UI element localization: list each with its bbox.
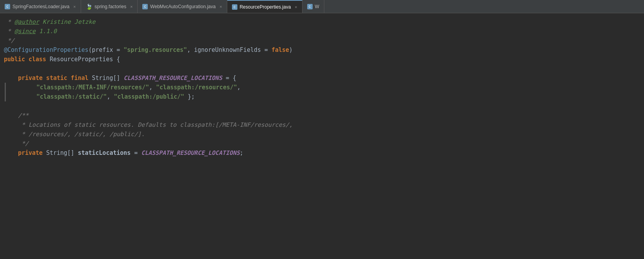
code-line: private String[] staticLocations = CLASS… (0, 148, 644, 158)
tab-icon-c: c (5, 4, 10, 9)
close-icon[interactable]: × (73, 4, 76, 9)
code-line (0, 101, 644, 111)
tab-web-mvc[interactable]: c WebMvcAutoConfiguration.java × (138, 0, 227, 13)
tab-icon-leaf: 🍃 (86, 4, 92, 10)
tab-label: WebMvcAutoConfiguration.java (150, 4, 216, 9)
code-line: */ (0, 36, 644, 45)
close-icon[interactable]: × (219, 4, 222, 9)
tab-label: W (315, 4, 319, 9)
code-line: @ConfigurationProperties(prefix = "sprin… (0, 45, 644, 55)
tab-resource-properties[interactable]: c ResourceProperties.java × (227, 0, 303, 13)
code-line: public class ResourceProperties { (0, 55, 644, 64)
code-line: private static final String[] CLASSPATH_… (0, 73, 644, 83)
tab-icon-c: c (232, 4, 237, 10)
code-line: "classpath:/static/", "classpath:/public… (0, 92, 644, 101)
code-line: "classpath:/META-INF/resources/", "class… (0, 83, 644, 92)
code-area: * @author Kristine Jetzke * @since 1.1.0… (0, 13, 644, 259)
code-line: * /resources/, /static/, /public/]. (0, 130, 644, 139)
tab-w[interactable]: c W (303, 0, 324, 13)
tab-bar: c SpringFactoriesLoader.java × 🍃 spring.… (0, 0, 644, 13)
tab-spring-factories[interactable]: 🍃 spring.factories × (81, 0, 138, 13)
tab-icon-c: c (142, 4, 148, 9)
tab-spring-factories-loader[interactable]: c SpringFactoriesLoader.java × (0, 0, 81, 13)
tab-label: SpringFactoriesLoader.java (12, 4, 69, 9)
code-line: * Locations of static resources. Default… (0, 120, 644, 130)
tab-icon-c: c (307, 4, 313, 9)
tab-label: spring.factories (95, 4, 126, 9)
close-icon[interactable]: × (295, 5, 297, 9)
close-icon[interactable]: × (130, 4, 133, 9)
code-line (0, 64, 644, 73)
code-line: * @since 1.1.0 (0, 27, 644, 36)
tab-label: ResourceProperties.java (240, 4, 291, 10)
code-line: */ (0, 139, 644, 148)
code-line: /** (0, 111, 644, 120)
code-line: * @author Kristine Jetzke (0, 17, 644, 27)
